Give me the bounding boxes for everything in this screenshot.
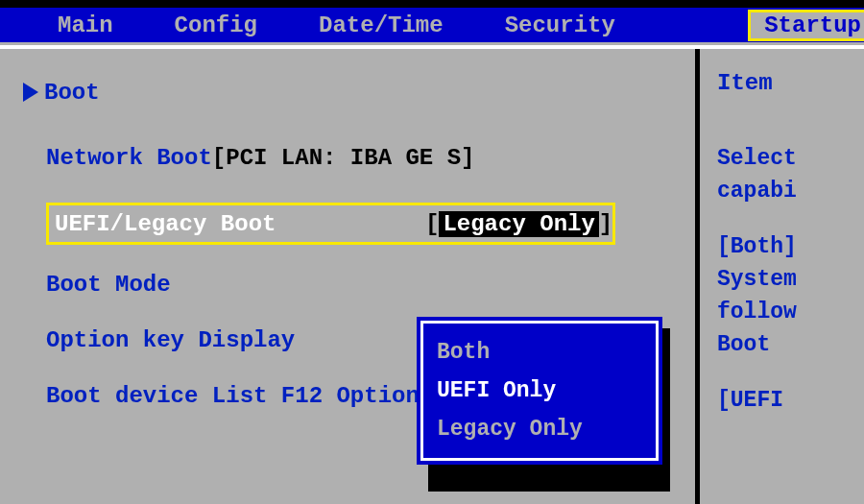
field-label: Option key Display: [46, 327, 295, 353]
value-text: Legacy Only: [439, 211, 598, 237]
help-panel: Item Select capabi [Both] System follow …: [700, 49, 864, 504]
help-text: Boot: [717, 328, 864, 361]
bracket: [: [425, 211, 439, 237]
bracket: ]: [599, 211, 612, 237]
help-text: follow: [717, 296, 864, 328]
title-bar: ThinkPad Setup: [0, 0, 864, 8]
app-title: ThinkPad Setup: [0, 0, 864, 4]
field-label: Network Boot: [46, 145, 212, 171]
tab-config[interactable]: Config: [175, 12, 257, 38]
option-uefi-only[interactable]: UEFI Only: [437, 372, 642, 410]
help-text: [UEFI: [717, 384, 864, 417]
option-both[interactable]: Both: [437, 333, 642, 372]
field-value: [PCI LAN: IBA GE S]: [212, 145, 475, 171]
menu-bar: Main Config Date/Time Security Startup: [0, 8, 864, 42]
option-legacy-only[interactable]: Legacy Only: [437, 410, 642, 448]
tab-security[interactable]: Security: [505, 12, 615, 38]
submenu-label: Boot: [44, 80, 100, 106]
popup-box: Both UEFI Only Legacy Only: [417, 317, 662, 465]
field-label: Boot device List F12 Option: [46, 383, 420, 409]
tab-main[interactable]: Main: [58, 12, 113, 38]
triangle-right-icon: [23, 83, 38, 102]
help-text: System: [717, 263, 864, 296]
field-network-boot[interactable]: Network Boot [PCI LAN: IBA GE S]: [46, 141, 695, 174]
help-text: capabi: [717, 175, 864, 207]
submenu-boot[interactable]: Boot: [23, 76, 695, 108]
option-popup: Both UEFI Only Legacy Only: [417, 317, 662, 465]
tab-startup[interactable]: Startup: [748, 10, 864, 41]
field-value: [Legacy Only]: [425, 211, 612, 237]
help-text: Select: [717, 142, 864, 175]
tab-datetime[interactable]: Date/Time: [319, 12, 444, 38]
help-header: Item: [717, 70, 864, 96]
field-uefi-legacy-boot[interactable]: UEFI/Legacy Boot [Legacy Only]: [46, 203, 615, 245]
field-boot-mode[interactable]: Boot Mode: [46, 268, 695, 300]
field-label: UEFI/Legacy Boot: [49, 211, 425, 237]
help-text: [Both]: [717, 230, 864, 263]
field-label: Boot Mode: [46, 272, 171, 298]
